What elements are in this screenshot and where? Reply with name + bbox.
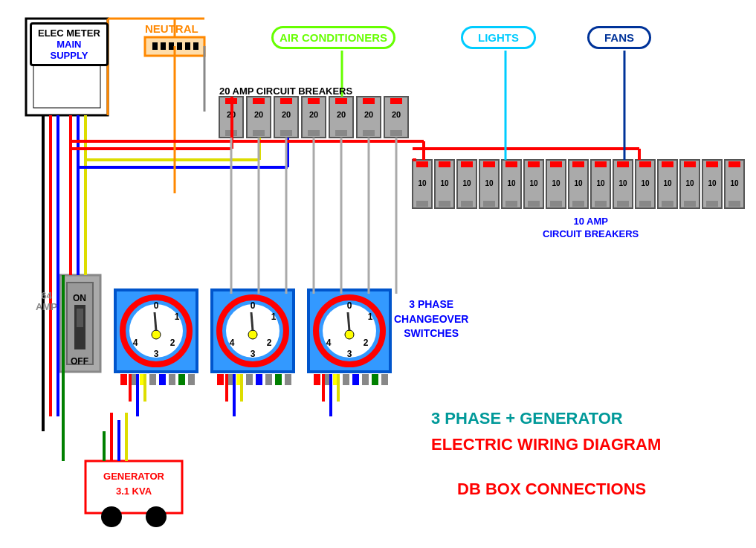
title3-label: DB BOX CONNECTIONS [457, 480, 646, 499]
lights-label: LIGHTS [461, 26, 536, 49]
phase-changeover-label: 3 PHASECHANGEOVERSWITCHES [394, 297, 468, 341]
circuit-breakers-10-label: 10 AMPCIRCUIT BREAKERS [543, 216, 639, 241]
air-conditioners-label: AIR CONDITIONERS [271, 26, 395, 49]
circuit-breakers-20-label: 20 AMP CIRCUIT BREAKERS [219, 86, 352, 97]
amp64-label: 64AMP [36, 290, 57, 312]
fans-label: FANS [587, 26, 651, 49]
elec-meter-label: ELEC METERMAINSUPPLY [30, 22, 109, 66]
title2-label: ELECTRIC WIRING DIAGRAM [431, 435, 661, 454]
neutral-label: NEUTRAL [145, 22, 198, 35]
title1-label: 3 PHASE + GENERATOR [431, 409, 623, 428]
wiring-diagram-canvas [0, 0, 756, 548]
